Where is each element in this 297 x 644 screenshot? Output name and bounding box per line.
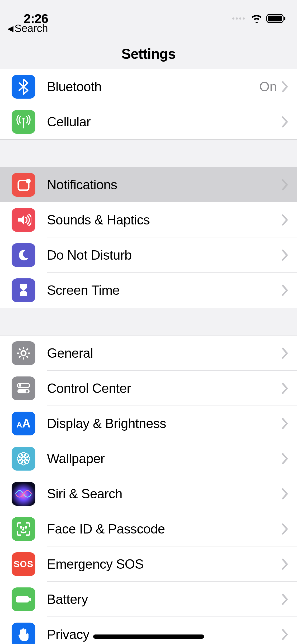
- row-label: Battery: [35, 592, 281, 607]
- svg-rect-23: [29, 598, 31, 601]
- svg-point-21: [25, 527, 27, 528]
- svg-rect-1: [268, 16, 282, 21]
- gear-icon: [12, 341, 35, 365]
- home-indicator[interactable]: [93, 634, 204, 639]
- chevron-right-icon: [281, 249, 289, 261]
- flower-icon: [12, 447, 35, 471]
- row-label: Siri & Search: [35, 486, 281, 502]
- row-do-not-disturb[interactable]: Do Not Disturb: [0, 237, 297, 273]
- nav-title-bar: Settings: [0, 38, 297, 69]
- row-value: On: [259, 79, 277, 94]
- hourglass-icon: [12, 278, 35, 302]
- row-label: Face ID & Passcode: [35, 521, 281, 537]
- notifications-icon: [12, 173, 35, 197]
- row-label: Screen Time: [35, 283, 281, 298]
- svg-point-5: [26, 179, 31, 183]
- row-emergency-sos[interactable]: SOS Emergency SOS: [0, 546, 297, 582]
- chevron-right-icon: [281, 629, 289, 640]
- row-control-center[interactable]: Control Center: [0, 371, 297, 406]
- row-label: Cellular: [35, 114, 281, 130]
- back-triangle-icon: ◀: [7, 25, 13, 33]
- row-privacy[interactable]: Privacy: [0, 617, 297, 644]
- text-size-icon: AA: [12, 412, 35, 435]
- svg-point-11: [22, 457, 25, 460]
- row-general[interactable]: General: [0, 335, 297, 371]
- settings-group-attention: Notifications Sounds & Haptics Do Not Di…: [0, 167, 297, 308]
- row-battery[interactable]: Battery: [0, 582, 297, 617]
- moon-icon: [12, 243, 35, 267]
- row-wallpaper[interactable]: Wallpaper: [0, 441, 297, 476]
- page-title: Settings: [121, 45, 176, 62]
- battery-icon: [266, 13, 286, 24]
- chevron-right-icon: [281, 488, 289, 500]
- siri-icon: [12, 482, 35, 506]
- row-siri-search[interactable]: Siri & Search: [0, 476, 297, 511]
- row-label: Control Center: [35, 381, 281, 396]
- row-label: Bluetooth: [35, 79, 259, 94]
- chevron-right-icon: [281, 383, 289, 394]
- row-label: Notifications: [35, 177, 281, 192]
- row-display-brightness[interactable]: AA Display & Brightness: [0, 406, 297, 441]
- chevron-right-icon: [281, 81, 289, 93]
- row-label: General: [35, 346, 281, 361]
- wifi-icon: [251, 14, 263, 23]
- hand-icon: [12, 623, 35, 644]
- row-sounds-haptics[interactable]: Sounds & Haptics: [0, 202, 297, 237]
- svg-point-20: [21, 527, 22, 528]
- back-label: Search: [15, 22, 48, 34]
- cellular-icon: [12, 110, 35, 134]
- chevron-right-icon: [281, 418, 289, 429]
- bluetooth-icon: [12, 75, 35, 99]
- svg-point-10: [26, 390, 28, 393]
- row-cellular[interactable]: Cellular: [0, 104, 297, 139]
- chevron-right-icon: [281, 453, 289, 464]
- row-label: Sounds & Haptics: [35, 212, 281, 228]
- settings-screen: { "status": { "time": "2:26" }, "back": …: [0, 0, 297, 644]
- sounds-icon: [12, 208, 35, 232]
- chevron-right-icon: [281, 179, 289, 191]
- cellular-dots-icon: [232, 17, 245, 20]
- divider: [0, 308, 297, 308]
- row-face-id-passcode[interactable]: Face ID & Passcode: [0, 511, 297, 546]
- chevron-right-icon: [281, 558, 289, 570]
- svg-rect-2: [284, 17, 285, 20]
- battery-setting-icon: [12, 587, 35, 611]
- svg-point-8: [19, 384, 21, 387]
- row-notifications[interactable]: Notifications: [0, 167, 297, 202]
- chevron-right-icon: [281, 116, 289, 128]
- row-label: Wallpaper: [35, 451, 281, 466]
- sos-icon: SOS: [12, 552, 35, 576]
- chevron-right-icon: [281, 284, 289, 296]
- chevron-right-icon: [281, 347, 289, 359]
- chevron-right-icon: [281, 214, 289, 226]
- toggles-icon: [12, 376, 35, 400]
- back-to-search-button[interactable]: ◀ Search: [7, 22, 48, 34]
- row-label: Display & Brightness: [35, 416, 281, 431]
- face-id-icon: [12, 517, 35, 541]
- svg-rect-22: [16, 596, 29, 602]
- settings-group-connectivity: Bluetooth On Cellular: [0, 69, 297, 140]
- row-screen-time[interactable]: Screen Time: [0, 273, 297, 308]
- row-bluetooth[interactable]: Bluetooth On: [0, 69, 297, 104]
- chevron-right-icon: [281, 523, 289, 535]
- status-right: [232, 13, 286, 24]
- row-label: Emergency SOS: [35, 556, 281, 572]
- divider: [0, 139, 297, 140]
- chevron-right-icon: [281, 594, 289, 605]
- svg-point-6: [21, 351, 26, 356]
- svg-point-3: [22, 118, 25, 120]
- row-label: Do Not Disturb: [35, 247, 281, 263]
- settings-group-general: General Control Center AA Display & Brig…: [0, 335, 297, 644]
